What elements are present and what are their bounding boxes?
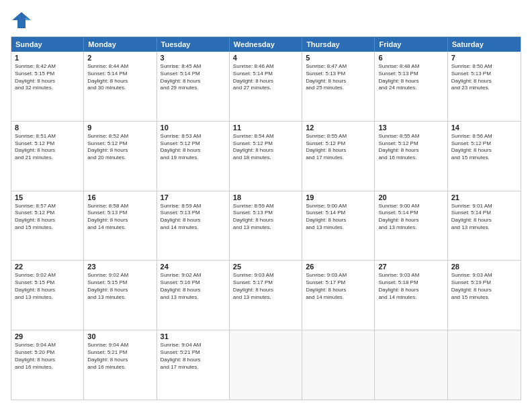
day-cell-13: 13Sunrise: 8:55 AMSunset: 5:12 PMDayligh… <box>375 122 447 191</box>
day-info: Sunrise: 8:48 AMSunset: 5:13 PMDaylight:… <box>378 63 443 92</box>
day-cell-20: 20Sunrise: 9:00 AMSunset: 5:14 PMDayligh… <box>375 191 447 261</box>
empty-cell-4-6 <box>448 330 521 400</box>
header <box>11 11 521 30</box>
day-info: Sunrise: 8:51 AMSunset: 5:12 PMDaylight:… <box>15 133 80 162</box>
day-number: 13 <box>378 124 443 132</box>
page: SundayMondayTuesdayWednesdayThursdayFrid… <box>0 0 532 411</box>
weekday-header-monday: Monday <box>84 37 157 52</box>
day-cell-22: 22Sunrise: 9:02 AMSunset: 5:15 PMDayligh… <box>11 261 84 330</box>
day-number: 17 <box>161 193 226 201</box>
day-info: Sunrise: 8:56 AMSunset: 5:12 PMDaylight:… <box>451 133 517 162</box>
weekday-header-wednesday: Wednesday <box>230 37 302 52</box>
day-info: Sunrise: 9:02 AMSunset: 5:15 PMDaylight:… <box>15 272 80 301</box>
day-number: 27 <box>378 263 443 271</box>
day-cell-21: 21Sunrise: 9:01 AMSunset: 5:14 PMDayligh… <box>448 191 521 261</box>
day-cell-7: 7Sunrise: 8:50 AMSunset: 5:13 PMDaylight… <box>448 52 521 121</box>
day-number: 2 <box>87 54 152 62</box>
calendar-body: 1Sunrise: 8:42 AMSunset: 5:15 PMDaylight… <box>11 52 521 400</box>
day-cell-17: 17Sunrise: 8:59 AMSunset: 5:13 PMDayligh… <box>157 191 230 261</box>
day-number: 7 <box>451 54 517 62</box>
day-cell-25: 25Sunrise: 9:03 AMSunset: 5:17 PMDayligh… <box>230 261 302 330</box>
day-cell-31: 31Sunrise: 9:04 AMSunset: 5:21 PMDayligh… <box>157 330 230 400</box>
calendar-row-3: 22Sunrise: 9:02 AMSunset: 5:15 PMDayligh… <box>11 260 521 330</box>
day-cell-11: 11Sunrise: 8:54 AMSunset: 5:12 PMDayligh… <box>230 122 302 191</box>
day-number: 12 <box>306 124 371 132</box>
day-cell-26: 26Sunrise: 9:03 AMSunset: 5:17 PMDayligh… <box>302 261 375 330</box>
day-number: 29 <box>15 332 80 340</box>
day-number: 4 <box>233 54 298 62</box>
day-info: Sunrise: 8:46 AMSunset: 5:14 PMDaylight:… <box>233 63 298 92</box>
day-cell-8: 8Sunrise: 8:51 AMSunset: 5:12 PMDaylight… <box>11 122 84 191</box>
day-number: 30 <box>87 332 152 340</box>
day-cell-23: 23Sunrise: 9:02 AMSunset: 5:15 PMDayligh… <box>84 261 157 330</box>
day-number: 1 <box>15 54 80 62</box>
day-number: 5 <box>306 54 371 62</box>
day-info: Sunrise: 8:44 AMSunset: 5:14 PMDaylight:… <box>87 63 152 92</box>
day-number: 26 <box>306 263 371 271</box>
day-cell-4: 4Sunrise: 8:46 AMSunset: 5:14 PMDaylight… <box>230 52 302 121</box>
day-number: 11 <box>233 124 298 132</box>
day-info: Sunrise: 8:55 AMSunset: 5:12 PMDaylight:… <box>306 133 371 162</box>
day-info: Sunrise: 9:02 AMSunset: 5:16 PMDaylight:… <box>161 272 226 301</box>
day-info: Sunrise: 9:04 AMSunset: 5:21 PMDaylight:… <box>161 342 226 371</box>
day-number: 31 <box>161 332 226 340</box>
day-cell-27: 27Sunrise: 9:03 AMSunset: 5:18 PMDayligh… <box>375 261 447 330</box>
weekday-header-saturday: Saturday <box>448 37 521 52</box>
day-info: Sunrise: 8:42 AMSunset: 5:15 PMDaylight:… <box>15 63 80 92</box>
empty-cell-4-4 <box>302 330 375 400</box>
day-cell-2: 2Sunrise: 8:44 AMSunset: 5:14 PMDaylight… <box>84 52 157 121</box>
day-cell-28: 28Sunrise: 9:03 AMSunset: 5:19 PMDayligh… <box>448 261 521 330</box>
day-cell-16: 16Sunrise: 8:58 AMSunset: 5:13 PMDayligh… <box>84 191 157 261</box>
day-number: 6 <box>378 54 443 62</box>
day-info: Sunrise: 9:02 AMSunset: 5:15 PMDaylight:… <box>87 272 152 301</box>
day-info: Sunrise: 8:58 AMSunset: 5:13 PMDaylight:… <box>87 203 152 232</box>
day-info: Sunrise: 9:01 AMSunset: 5:14 PMDaylight:… <box>451 203 517 232</box>
day-info: Sunrise: 9:03 AMSunset: 5:19 PMDaylight:… <box>451 272 517 301</box>
logo-icon <box>11 11 32 30</box>
day-number: 21 <box>451 193 517 201</box>
day-number: 22 <box>15 263 80 271</box>
day-info: Sunrise: 8:57 AMSunset: 5:12 PMDaylight:… <box>15 203 80 232</box>
day-number: 15 <box>15 193 80 201</box>
empty-cell-4-3 <box>230 330 302 400</box>
day-number: 23 <box>87 263 152 271</box>
day-cell-29: 29Sunrise: 9:04 AMSunset: 5:20 PMDayligh… <box>11 330 84 400</box>
calendar-header: SundayMondayTuesdayWednesdayThursdayFrid… <box>11 37 521 52</box>
empty-cell-4-5 <box>375 330 447 400</box>
day-info: Sunrise: 9:00 AMSunset: 5:14 PMDaylight:… <box>306 203 371 232</box>
day-cell-14: 14Sunrise: 8:56 AMSunset: 5:12 PMDayligh… <box>448 122 521 191</box>
day-cell-15: 15Sunrise: 8:57 AMSunset: 5:12 PMDayligh… <box>11 191 84 261</box>
day-number: 28 <box>451 263 517 271</box>
day-number: 14 <box>451 124 517 132</box>
day-cell-10: 10Sunrise: 8:53 AMSunset: 5:12 PMDayligh… <box>157 122 230 191</box>
day-info: Sunrise: 9:03 AMSunset: 5:18 PMDaylight:… <box>378 272 443 301</box>
day-number: 10 <box>161 124 226 132</box>
day-cell-18: 18Sunrise: 8:59 AMSunset: 5:13 PMDayligh… <box>230 191 302 261</box>
day-number: 8 <box>15 124 80 132</box>
calendar-row-1: 8Sunrise: 8:51 AMSunset: 5:12 PMDaylight… <box>11 121 521 191</box>
day-info: Sunrise: 9:04 AMSunset: 5:20 PMDaylight:… <box>15 342 80 371</box>
calendar-row-2: 15Sunrise: 8:57 AMSunset: 5:12 PMDayligh… <box>11 191 521 261</box>
weekday-header-tuesday: Tuesday <box>157 37 230 52</box>
day-number: 19 <box>306 193 371 201</box>
logo <box>11 11 35 30</box>
calendar-row-4: 29Sunrise: 9:04 AMSunset: 5:20 PMDayligh… <box>11 330 521 400</box>
day-info: Sunrise: 8:55 AMSunset: 5:12 PMDaylight:… <box>378 133 443 162</box>
day-cell-1: 1Sunrise: 8:42 AMSunset: 5:15 PMDaylight… <box>11 52 84 121</box>
day-number: 16 <box>87 193 152 201</box>
day-cell-19: 19Sunrise: 9:00 AMSunset: 5:14 PMDayligh… <box>302 191 375 261</box>
day-info: Sunrise: 8:47 AMSunset: 5:13 PMDaylight:… <box>306 63 371 92</box>
day-cell-30: 30Sunrise: 9:04 AMSunset: 5:21 PMDayligh… <box>84 330 157 400</box>
weekday-header-thursday: Thursday <box>302 37 375 52</box>
day-cell-9: 9Sunrise: 8:52 AMSunset: 5:12 PMDaylight… <box>84 122 157 191</box>
day-number: 3 <box>161 54 226 62</box>
day-info: Sunrise: 9:00 AMSunset: 5:14 PMDaylight:… <box>378 203 443 232</box>
day-info: Sunrise: 8:59 AMSunset: 5:13 PMDaylight:… <box>233 203 298 232</box>
weekday-header-friday: Friday <box>375 37 447 52</box>
day-number: 20 <box>378 193 443 201</box>
calendar-row-0: 1Sunrise: 8:42 AMSunset: 5:15 PMDaylight… <box>11 52 521 121</box>
day-info: Sunrise: 9:03 AMSunset: 5:17 PMDaylight:… <box>233 272 298 301</box>
day-info: Sunrise: 8:54 AMSunset: 5:12 PMDaylight:… <box>233 133 298 162</box>
day-cell-3: 3Sunrise: 8:45 AMSunset: 5:14 PMDaylight… <box>157 52 230 121</box>
day-number: 9 <box>87 124 152 132</box>
